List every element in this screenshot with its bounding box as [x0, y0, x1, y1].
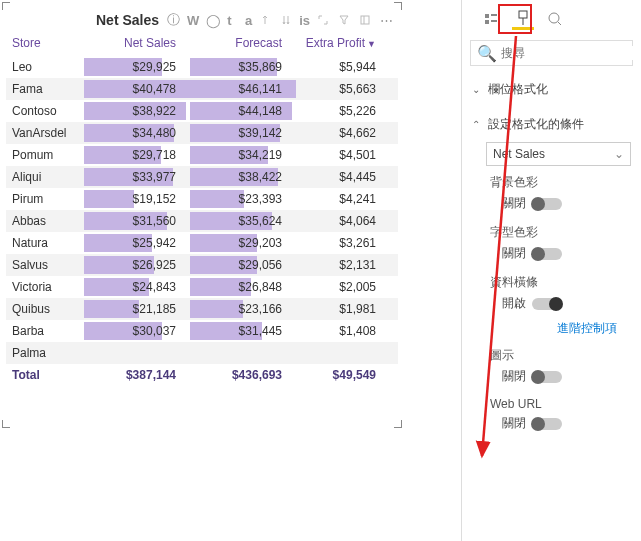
- section-conditional-formatting[interactable]: ⌃ 設定格式化的條件: [472, 113, 631, 136]
- cell-extraprofit: $4,064: [296, 214, 376, 228]
- tool-text-t: t: [227, 13, 231, 28]
- cell-extraprofit: $4,662: [296, 126, 376, 140]
- resize-handle-bottom-left[interactable]: [2, 420, 10, 428]
- table-row[interactable]: Pomum$29,718$34,219$4,501: [6, 144, 398, 166]
- cell-netsales: $29,718: [84, 145, 190, 165]
- cell-extraprofit: $2,005: [296, 280, 376, 294]
- cell-forecast: $35,869: [190, 57, 296, 77]
- table-row[interactable]: VanArsdel$34,480$39,142$4,662: [6, 122, 398, 144]
- cell-netsales: $25,942: [84, 233, 190, 253]
- svg-point-6: [549, 13, 559, 23]
- chevron-down-icon: ⌄: [472, 84, 482, 95]
- cell-extraprofit: $1,408: [296, 324, 376, 338]
- cell-netsales: $30,037: [84, 321, 190, 341]
- visual-title: Net Sales: [10, 12, 159, 28]
- field-dropdown[interactable]: Net Sales ⌄: [486, 142, 631, 166]
- col-header-netsales[interactable]: Net Sales: [84, 36, 190, 50]
- chevron-up-icon: ⌃: [472, 119, 482, 130]
- cell-extraprofit: $4,241: [296, 192, 376, 206]
- col-header-extraprofit[interactable]: Extra Profit▼: [296, 36, 376, 50]
- cell-extraprofit: $5,663: [296, 82, 376, 96]
- cell-forecast: $26,848: [190, 277, 296, 297]
- format-pane: 🔍 ⌄ 欄位格式化 ⌃ 設定格式化的條件 Net Sales ⌄ 背景色彩 關閉…: [461, 0, 641, 541]
- cell-netsales: $38,922: [84, 101, 190, 121]
- table-row[interactable]: Pirum$19,152$23,393$4,241: [6, 188, 398, 210]
- icon-toggle[interactable]: [532, 371, 562, 383]
- total-extraprofit: $49,549: [296, 368, 376, 382]
- cell-forecast: $39,142: [190, 123, 296, 143]
- data-bar-toggle-label: 開啟: [502, 295, 526, 312]
- web-url-label: Web URL: [472, 393, 631, 413]
- cell-forecast: $46,141: [190, 79, 296, 99]
- col-header-store[interactable]: Store: [12, 36, 84, 50]
- cell-netsales: $34,480: [84, 123, 190, 143]
- col-header-forecast[interactable]: Forecast: [190, 36, 296, 50]
- format-tab-icon[interactable]: [512, 8, 534, 30]
- cell-extraprofit: $2,131: [296, 258, 376, 272]
- cell-netsales: $24,843: [84, 277, 190, 297]
- table-row[interactable]: Quibus$21,185$23,166$1,981: [6, 298, 398, 320]
- web-url-toggle[interactable]: [532, 418, 562, 430]
- cell-forecast: $38,422: [190, 167, 296, 187]
- font-color-label: 字型色彩: [472, 220, 631, 243]
- cell-forecast: $23,166: [190, 299, 296, 319]
- expand-icon[interactable]: [315, 12, 331, 28]
- total-label: Total: [12, 368, 84, 382]
- drill-down-icon[interactable]: [278, 12, 294, 28]
- section-field-formatting[interactable]: ⌄ 欄位格式化: [472, 78, 631, 101]
- data-bar-toggle[interactable]: [532, 298, 562, 310]
- data-table: Store Net Sales Forecast Extra Profit▼ L…: [6, 34, 398, 386]
- table-row[interactable]: Contoso$38,922$44,148$5,226: [6, 100, 398, 122]
- cell-netsales: $40,478: [84, 79, 190, 99]
- resize-handle-bottom-right[interactable]: [394, 420, 402, 428]
- table-row[interactable]: Abbas$31,560$35,624$4,064: [6, 210, 398, 232]
- cell-store: Contoso: [12, 104, 84, 118]
- cell-store: Abbas: [12, 214, 84, 228]
- table-row[interactable]: Leo$29,925$35,869$5,944: [6, 56, 398, 78]
- table-row[interactable]: Victoria$24,843$26,848$2,005: [6, 276, 398, 298]
- cell-netsales: $31,560: [84, 211, 190, 231]
- total-forecast: $436,693: [190, 368, 296, 382]
- table-row[interactable]: Aliqui$33,977$38,422$4,445: [6, 166, 398, 188]
- table-row[interactable]: Salvus$26,925$29,056$2,131: [6, 254, 398, 276]
- cell-netsales: [84, 343, 190, 363]
- total-row: Total $387,144 $436,693 $49,549: [6, 364, 398, 386]
- svg-rect-5: [519, 11, 527, 18]
- analytics-tab-icon[interactable]: [544, 8, 566, 30]
- cell-forecast: $44,148: [190, 101, 296, 121]
- advanced-controls-link[interactable]: 進階控制項: [472, 320, 631, 343]
- tool-text-is: is: [299, 13, 310, 28]
- cell-netsales: $21,185: [84, 299, 190, 319]
- matrix-visual[interactable]: Net Sales ⓘ W ◯ t a is ⋯ Store Net Sales…: [6, 6, 398, 424]
- svg-rect-2: [485, 20, 489, 24]
- comment-icon[interactable]: ◯: [205, 12, 221, 28]
- search-input[interactable]: [501, 46, 641, 60]
- chevron-down-icon: ⌄: [614, 147, 624, 161]
- filter-icon[interactable]: [336, 12, 352, 28]
- cell-store: Quibus: [12, 302, 84, 316]
- cell-store: Fama: [12, 82, 84, 96]
- resize-handle-top-left[interactable]: [2, 2, 10, 10]
- table-row[interactable]: Natura$25,942$29,203$3,261: [6, 232, 398, 254]
- cell-netsales: $26,925: [84, 255, 190, 275]
- bg-color-toggle[interactable]: [532, 198, 562, 210]
- info-icon[interactable]: ⓘ: [165, 12, 181, 28]
- search-box[interactable]: 🔍: [470, 40, 633, 66]
- cell-store: Aliqui: [12, 170, 84, 184]
- table-row[interactable]: Barba$30,037$31,445$1,408: [6, 320, 398, 342]
- cell-store: Pomum: [12, 148, 84, 162]
- resize-handle-top-right[interactable]: [394, 2, 402, 10]
- cell-store: Salvus: [12, 258, 84, 272]
- more-icon[interactable]: ⋯: [378, 12, 394, 28]
- cell-store: Palma: [12, 346, 84, 360]
- fields-tab-icon[interactable]: [480, 8, 502, 30]
- web-url-toggle-label: 關閉: [502, 415, 526, 432]
- cell-extraprofit: $4,501: [296, 148, 376, 162]
- focus-icon[interactable]: [357, 12, 373, 28]
- font-color-toggle[interactable]: [532, 248, 562, 260]
- table-row[interactable]: Palma: [6, 342, 398, 364]
- drill-up-icon[interactable]: [257, 12, 273, 28]
- table-row[interactable]: Fama$40,478$46,141$5,663: [6, 78, 398, 100]
- cell-extraprofit: $5,226: [296, 104, 376, 118]
- cell-store: Leo: [12, 60, 84, 74]
